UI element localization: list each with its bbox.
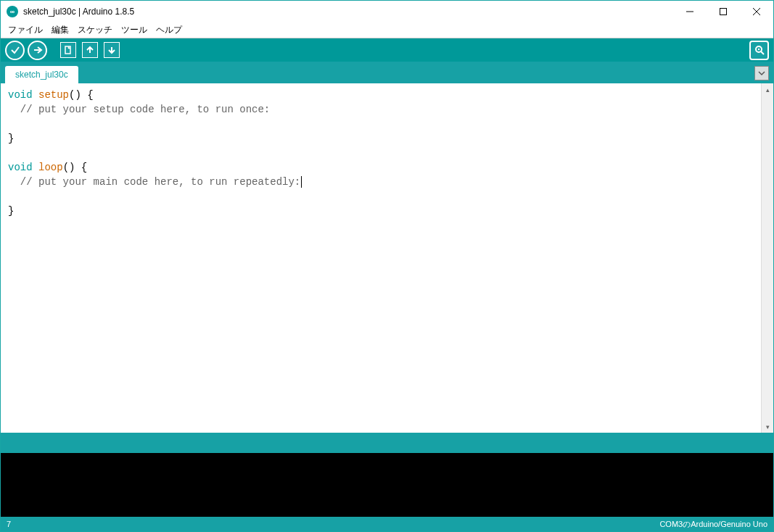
window-controls xyxy=(673,1,773,22)
tab-menu-button[interactable] xyxy=(754,66,769,80)
new-button[interactable] xyxy=(60,42,76,58)
menu-help[interactable]: ヘルプ xyxy=(152,22,186,38)
verify-button[interactable] xyxy=(5,41,25,60)
function-name: setup xyxy=(38,89,69,101)
tabbar: sketch_jul30c xyxy=(1,62,773,83)
svg-rect-5 xyxy=(65,46,70,54)
app-icon: ∞ xyxy=(7,6,18,17)
bottom-status-bar: 7 COM3のArduino/Genuino Uno xyxy=(1,517,773,531)
menu-sketch[interactable]: スケッチ xyxy=(73,22,117,38)
keyword: void xyxy=(8,162,33,173)
menu-file[interactable]: ファイル xyxy=(4,22,47,38)
board-info: COM3のArduino/Genuino Uno xyxy=(659,519,767,530)
maximize-button[interactable] xyxy=(707,1,740,22)
comment: // put your main code here, to run repea… xyxy=(8,176,300,188)
code-editor[interactable]: void setup() { // put your setup code he… xyxy=(1,83,761,433)
code-text: () { xyxy=(69,89,94,101)
code-text: } xyxy=(8,205,14,217)
close-button[interactable] xyxy=(740,1,773,22)
line-number: 7 xyxy=(7,520,11,528)
svg-point-10 xyxy=(757,49,759,50)
keyword: void xyxy=(8,89,33,101)
console-output[interactable] xyxy=(1,453,773,517)
scroll-down-icon[interactable]: ▾ xyxy=(762,420,773,433)
upload-button[interactable] xyxy=(28,41,47,60)
vertical-scrollbar[interactable]: ▴ ▾ xyxy=(761,83,773,433)
text-cursor xyxy=(301,176,302,188)
menu-edit[interactable]: 編集 xyxy=(47,22,73,38)
status-message-bar xyxy=(1,433,773,453)
titlebar: ∞ sketch_jul30c | Arduino 1.8.5 xyxy=(1,1,773,22)
function-name: loop xyxy=(38,162,63,173)
toolbar xyxy=(1,38,773,62)
save-button[interactable] xyxy=(104,42,120,58)
scroll-up-icon[interactable]: ▴ xyxy=(762,83,773,96)
code-text: } xyxy=(8,133,14,144)
svg-line-9 xyxy=(761,51,764,54)
minimize-button[interactable] xyxy=(673,1,707,22)
serial-monitor-button[interactable] xyxy=(749,41,769,60)
code-text: () { xyxy=(63,162,88,173)
open-button[interactable] xyxy=(82,42,98,58)
menu-tools[interactable]: ツール xyxy=(117,22,152,38)
menubar: ファイル 編集 スケッチ ツール ヘルプ xyxy=(1,22,773,38)
editor-area: void setup() { // put your setup code he… xyxy=(1,83,773,433)
scroll-track[interactable] xyxy=(762,96,773,420)
window-title: sketch_jul30c | Arduino 1.8.5 xyxy=(23,7,673,17)
svg-rect-1 xyxy=(720,9,727,15)
tab-sketch[interactable]: sketch_jul30c xyxy=(5,66,78,83)
comment: // put your setup code here, to run once… xyxy=(8,104,270,115)
